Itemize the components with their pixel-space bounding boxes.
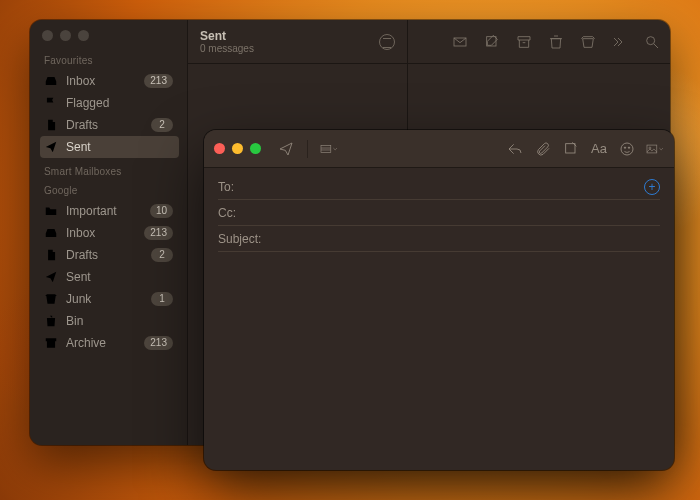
svg-point-2 bbox=[647, 36, 655, 44]
minimize-dot[interactable] bbox=[60, 30, 71, 41]
svg-rect-3 bbox=[321, 145, 331, 152]
link-icon[interactable] bbox=[562, 140, 580, 158]
sidebar-item-label: Flagged bbox=[66, 96, 173, 110]
sidebar-item-label: Drafts bbox=[66, 118, 143, 132]
subject-input[interactable] bbox=[282, 232, 660, 246]
reply-icon[interactable] bbox=[506, 140, 524, 158]
emoji-icon[interactable] bbox=[618, 140, 636, 158]
section-favourites: Favourites bbox=[44, 55, 175, 66]
sidebar-item-label: Sent bbox=[66, 270, 173, 284]
inbox-icon bbox=[44, 226, 58, 240]
separator bbox=[307, 140, 308, 158]
sidebar-item-bin[interactable]: Bin bbox=[40, 310, 179, 332]
subject-label: Subject: bbox=[218, 232, 274, 246]
section-smart: Smart Mailboxes bbox=[44, 166, 175, 177]
sidebar-item-archive[interactable]: Archive 213 bbox=[40, 332, 179, 354]
sidebar-item-label: Inbox bbox=[66, 74, 136, 88]
sidebar-item-label: Sent bbox=[66, 140, 173, 154]
zoom-dot[interactable] bbox=[78, 30, 89, 41]
sidebar-item-label: Archive bbox=[66, 336, 136, 350]
sidebar-item-inbox-google[interactable]: Inbox 213 bbox=[40, 222, 179, 244]
compose-icon[interactable] bbox=[484, 34, 500, 50]
mailbox-title: Sent bbox=[200, 29, 254, 43]
sidebar-item-label: Bin bbox=[66, 314, 173, 328]
header-fields-icon[interactable] bbox=[320, 140, 338, 158]
to-input[interactable] bbox=[272, 180, 636, 194]
document-icon bbox=[44, 248, 58, 262]
folder-icon bbox=[44, 204, 58, 218]
sidebar-item-drafts-google[interactable]: Drafts 2 bbox=[40, 244, 179, 266]
send-icon[interactable] bbox=[277, 140, 295, 158]
cc-field-row: Cc: bbox=[218, 200, 660, 226]
compose-window: Aa To: + Cc: Subject: bbox=[204, 130, 674, 470]
sidebar-item-flagged[interactable]: Flagged bbox=[40, 92, 179, 114]
compose-body[interactable] bbox=[204, 252, 674, 452]
sidebar-item-label: Inbox bbox=[66, 226, 136, 240]
sidebar-item-label: Junk bbox=[66, 292, 143, 306]
sidebar-item-sent[interactable]: Sent bbox=[40, 136, 179, 158]
inbox-icon bbox=[44, 74, 58, 88]
archive-icon bbox=[44, 336, 58, 350]
svg-point-6 bbox=[624, 147, 625, 148]
compose-fields: To: + Cc: Subject: bbox=[204, 168, 674, 252]
svg-point-5 bbox=[621, 143, 633, 155]
sidebar-item-important[interactable]: Important 10 bbox=[40, 200, 179, 222]
svg-rect-4 bbox=[566, 143, 575, 152]
mailbox-count: 0 messages bbox=[200, 43, 254, 54]
trash-icon bbox=[44, 314, 58, 328]
junk-icon bbox=[44, 292, 58, 306]
zoom-button[interactable] bbox=[250, 143, 261, 154]
badge: 10 bbox=[150, 204, 173, 218]
section-google: Google bbox=[44, 185, 175, 196]
envelope-icon[interactable] bbox=[452, 34, 468, 50]
flag-icon bbox=[44, 96, 58, 110]
message-list-header: Sent 0 messages bbox=[188, 20, 407, 64]
to-label: To: bbox=[218, 180, 264, 194]
sidebar-item-sent-google[interactable]: Sent bbox=[40, 266, 179, 288]
traffic-lights-inactive bbox=[40, 30, 179, 41]
paperplane-icon bbox=[44, 140, 58, 154]
sidebar: Favourites Inbox 213 Flagged Drafts 2 Se… bbox=[30, 20, 188, 445]
photo-icon[interactable] bbox=[646, 140, 664, 158]
svg-rect-1 bbox=[487, 36, 496, 45]
badge: 2 bbox=[151, 248, 173, 262]
sidebar-item-junk[interactable]: Junk 1 bbox=[40, 288, 179, 310]
minimize-button[interactable] bbox=[232, 143, 243, 154]
badge: 213 bbox=[144, 74, 173, 88]
badge: 213 bbox=[144, 226, 173, 240]
trash-icon[interactable] bbox=[548, 34, 564, 50]
sidebar-item-label: Important bbox=[66, 204, 142, 218]
search-icon[interactable] bbox=[644, 34, 660, 50]
preview-toolbar bbox=[408, 20, 670, 64]
junk-icon[interactable] bbox=[580, 34, 596, 50]
traffic-lights bbox=[214, 143, 261, 154]
to-field-row: To: + bbox=[218, 174, 660, 200]
cc-label: Cc: bbox=[218, 206, 264, 220]
sidebar-item-drafts[interactable]: Drafts 2 bbox=[40, 114, 179, 136]
close-dot[interactable] bbox=[42, 30, 53, 41]
sidebar-item-inbox[interactable]: Inbox 213 bbox=[40, 70, 179, 92]
attachment-icon[interactable] bbox=[534, 140, 552, 158]
badge: 213 bbox=[144, 336, 173, 350]
add-recipient-button[interactable]: + bbox=[644, 179, 660, 195]
document-icon bbox=[44, 118, 58, 132]
cc-input[interactable] bbox=[272, 206, 660, 220]
subject-field-row: Subject: bbox=[218, 226, 660, 252]
format-icon[interactable]: Aa bbox=[590, 140, 608, 158]
badge: 1 bbox=[151, 292, 173, 306]
badge: 2 bbox=[151, 118, 173, 132]
filter-icon[interactable] bbox=[379, 34, 395, 50]
compose-toolbar: Aa bbox=[204, 130, 674, 168]
paperplane-icon bbox=[44, 270, 58, 284]
close-button[interactable] bbox=[214, 143, 225, 154]
sidebar-item-label: Drafts bbox=[66, 248, 143, 262]
svg-point-7 bbox=[628, 147, 629, 148]
svg-rect-8 bbox=[647, 145, 657, 153]
archive-icon[interactable] bbox=[516, 34, 532, 50]
more-icon[interactable] bbox=[612, 34, 628, 50]
